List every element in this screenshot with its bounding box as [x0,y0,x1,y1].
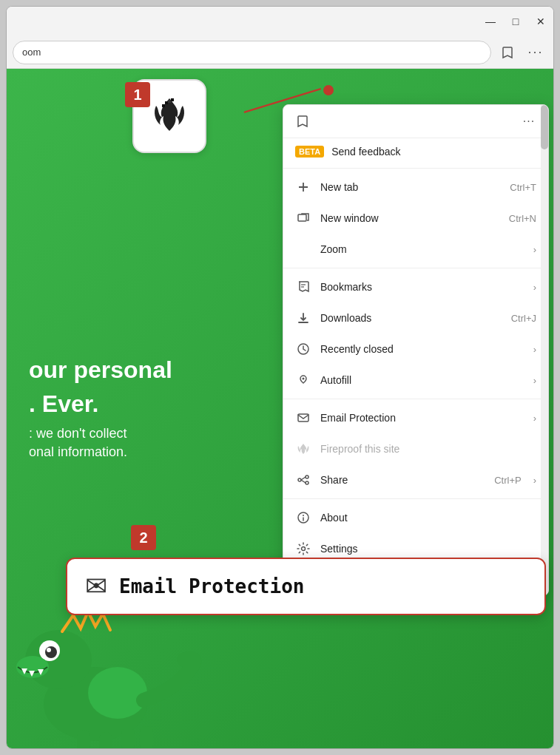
about-item[interactable]: About [283,502,548,533]
svg-point-25 [306,475,308,478]
svg-rect-8 [99,732,112,748]
email-protection-callout: ✉ Email Protection [66,558,546,615]
svg-rect-13 [168,100,171,103]
zoom-arrow: › [533,244,536,255]
browser-window: — □ ✕ oom ··· our personal . Ever. : we … [6,6,554,749]
settings-label: Settings [320,543,536,555]
svg-point-6 [88,667,147,719]
menu-toolbar: ··· [283,105,548,138]
svg-rect-7 [77,730,90,748]
svg-point-28 [303,515,304,516]
downloads-label: Downloads [320,312,502,324]
zoom-icon [295,241,311,257]
new-window-shortcut: Ctrl+N [509,213,536,224]
zoom-label: Zoom [320,243,524,255]
svg-rect-11 [165,101,168,104]
about-icon [295,509,311,526]
svg-rect-10 [140,726,153,748]
dropdown-menu: ··· BETA Send feedback New tab Ctrl+T [283,104,549,596]
main-content: our personal . Ever. : we don't collect … [7,69,553,748]
more-icon: ··· [527,44,543,60]
bookmarks-item[interactable]: Bookmarks › [283,271,548,302]
new-window-icon [295,210,311,226]
recently-closed-icon [295,341,311,357]
new-tab-shortcut: Ctrl+T [510,182,536,193]
recently-closed-label: Recently closed [320,343,524,355]
share-item[interactable]: Share Ctrl+P › [283,464,548,495]
email-protection-callout-icon: ✉ [85,571,107,602]
recently-closed-arrow: › [533,344,536,355]
email-protection-arrow: › [533,413,536,424]
address-text: oom [22,47,41,58]
svg-point-3 [45,646,57,658]
settings-icon [295,541,311,557]
red-dot-arrow-1 [323,85,334,95]
annotation-badge-2: 2 [131,525,156,550]
close-button[interactable]: ✕ [534,15,547,28]
annotation-badge-1: 1 [125,82,150,107]
menu-toolbar-more[interactable]: ··· [519,111,539,132]
svg-rect-12 [162,104,165,107]
menu-scrollbar-thumb[interactable] [541,105,548,149]
email-protection-icon [295,410,311,426]
divider-3 [283,399,548,399]
email-protection-label: Email Protection [320,412,524,424]
title-bar: — □ ✕ [7,7,553,36]
svg-point-22 [303,378,305,380]
new-window-label: New window [320,212,500,224]
fireproof-label: Fireproof this site [320,443,536,455]
new-window-item[interactable]: New window Ctrl+N [283,203,548,234]
bookmarks-arrow: › [533,282,536,293]
minimize-button[interactable]: — [484,15,497,28]
fireproof-icon [295,441,311,457]
more-menu-button[interactable]: ··· [524,41,547,64]
share-shortcut: Ctrl+P [494,475,521,486]
downloads-item[interactable]: Downloads Ctrl+J [283,302,548,334]
svg-point-4 [47,648,51,652]
send-feedback-label: Send feedback [331,146,400,158]
beta-badge: BETA [295,146,324,158]
autofill-label: Autofill [320,374,524,386]
divider-2 [283,268,548,268]
downloads-icon [295,310,311,326]
svg-point-24 [298,478,301,481]
svg-point-26 [306,481,308,484]
share-label: Share [320,474,485,486]
fireproof-item[interactable]: Fireproof this site [283,433,548,464]
menu-toolbar-bookmark[interactable] [292,111,313,132]
share-arrow: › [533,475,536,486]
new-tab-icon [295,179,311,195]
menu-scrollbar[interactable] [541,105,548,595]
email-protection-item[interactable]: Email Protection › [283,402,548,433]
downloads-shortcut: Ctrl+J [511,313,536,324]
svg-point-30 [302,547,306,551]
address-bar[interactable]: oom [13,41,491,64]
bookmarks-icon [295,279,311,295]
send-feedback-row[interactable]: BETA Send feedback [283,138,548,165]
bookmark-button[interactable] [496,41,519,64]
maximize-button[interactable]: □ [509,15,522,28]
about-label: About [320,512,536,524]
share-icon [295,472,311,488]
zoom-item[interactable]: Zoom › [283,234,548,265]
title-bar-controls: — □ ✕ [484,15,547,28]
new-tab-label: New tab [320,181,501,193]
bookmarks-label: Bookmarks [320,281,524,293]
svg-rect-23 [298,414,308,421]
three-dots-icon: ··· [523,115,535,128]
svg-rect-9 [121,728,135,748]
autofill-arrow: › [533,375,536,386]
address-bar-row: oom ··· [7,36,553,69]
divider-4 [283,498,548,499]
autofill-item[interactable]: Autofill › [283,365,548,396]
autofill-icon [295,372,311,388]
recently-closed-item[interactable]: Recently closed › [283,334,548,365]
svg-rect-17 [298,214,306,221]
divider-1 [283,168,548,169]
svg-rect-14 [171,98,174,101]
new-tab-item[interactable]: New tab Ctrl+T [283,172,548,203]
email-protection-callout-text: Email Protection [119,575,304,597]
